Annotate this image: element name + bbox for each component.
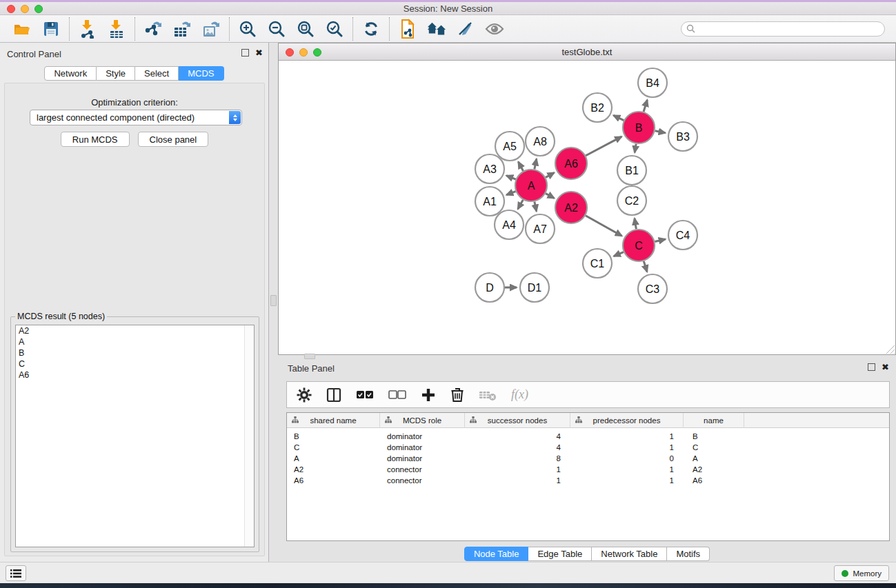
graph-node-B[interactable]: B	[623, 112, 655, 143]
zoom-fit-icon[interactable]	[296, 19, 315, 39]
graph-edge-A-A5[interactable]	[518, 162, 523, 171]
hide-labels-icon[interactable]	[456, 19, 475, 39]
result-list-item[interactable]: B	[16, 347, 254, 358]
zoom-selected-icon[interactable]	[325, 19, 344, 39]
tab-motifs[interactable]: Motifs	[667, 547, 710, 561]
table-row[interactable]: Bdominator41B	[287, 431, 889, 442]
graph-edge-A-A4[interactable]	[518, 200, 524, 209]
graph-edge-A-A2[interactable]	[546, 194, 554, 199]
graph-edge-B-B4[interactable]	[644, 100, 647, 112]
graph-node-D[interactable]: D	[475, 273, 504, 302]
vertical-splitter-handle[interactable]	[270, 295, 277, 306]
graph-edge-B-B2[interactable]	[613, 115, 624, 120]
graph-edge-C-C3[interactable]	[644, 261, 647, 272]
tab-select[interactable]: Select	[135, 66, 179, 81]
close-table-panel-icon[interactable]: ✖	[882, 363, 889, 371]
graph-node-B1[interactable]: B1	[617, 156, 646, 185]
table-row[interactable]: Adominator80A	[287, 453, 889, 464]
float-panel-icon[interactable]	[241, 49, 249, 57]
result-list-item[interactable]: C	[16, 358, 254, 369]
column-header-shared-name[interactable]: shared name	[287, 413, 380, 428]
column-selector-icon[interactable]	[326, 387, 341, 403]
tab-network[interactable]: Network	[44, 66, 97, 81]
select-all-rows-icon[interactable]	[356, 390, 374, 400]
graph-node-D1[interactable]: D1	[520, 273, 549, 302]
delete-column-trash-icon[interactable]	[450, 387, 464, 403]
table-settings-gear-icon[interactable]	[297, 387, 312, 403]
graph-node-A2[interactable]: A2	[555, 192, 587, 223]
graph-edge-A-A3[interactable]	[506, 176, 516, 179]
open-session-icon[interactable]	[12, 19, 32, 39]
tab-mcds[interactable]: MCDS	[179, 66, 223, 81]
result-list-item[interactable]: A2	[16, 325, 254, 336]
close-panel-icon[interactable]: ✖	[255, 49, 263, 57]
graph-edge-A-A7[interactable]	[535, 202, 537, 212]
export-table-icon[interactable]	[172, 19, 192, 39]
graph-node-A4[interactable]: A4	[495, 210, 524, 239]
add-column-icon[interactable]	[421, 387, 436, 403]
table-row[interactable]: A2connector11A2	[287, 464, 889, 475]
graph-node-C1[interactable]: C1	[583, 249, 612, 278]
tab-edge-table[interactable]: Edge Table	[528, 547, 592, 561]
graph-edge-B-B3[interactable]	[655, 131, 666, 133]
mcds-result-list[interactable]: A2ABCA6	[15, 325, 255, 547]
result-list-item[interactable]: A6	[16, 369, 254, 381]
table-row[interactable]: A6connector11A6	[287, 475, 889, 486]
graph-node-A6[interactable]: A6	[555, 148, 587, 179]
tab-style[interactable]: Style	[97, 66, 135, 81]
graph-edge-B-B1[interactable]	[635, 144, 636, 153]
column-header-predecessor-nodes[interactable]: predecessor nodes	[570, 413, 684, 428]
graph-edge-C-C2[interactable]	[635, 219, 636, 230]
graph-node-A7[interactable]: A7	[526, 214, 555, 243]
graph-node-A1[interactable]: A1	[475, 187, 504, 216]
network-canvas[interactable]: B4B2BB3A5A8A6A3B1AA1C2A2A4A7C4CC1C3DD1	[279, 61, 895, 354]
graph-node-A[interactable]: A	[515, 170, 547, 201]
graph-node-C4[interactable]: C4	[668, 221, 697, 250]
graph-node-A8[interactable]: A8	[526, 127, 555, 156]
task-history-button[interactable]	[6, 565, 26, 581]
float-table-panel-icon[interactable]	[868, 363, 875, 371]
zoom-out-icon[interactable]	[267, 19, 286, 39]
import-network-icon[interactable]	[78, 19, 97, 39]
network-window-titlebar[interactable]: testGlobe.txt	[279, 43, 895, 61]
export-image-icon[interactable]	[201, 19, 221, 39]
export-network-icon[interactable]	[143, 19, 163, 39]
network-file-icon[interactable]	[398, 19, 417, 39]
graph-node-B3[interactable]: B3	[668, 122, 697, 151]
result-list-scrollbar[interactable]	[244, 325, 254, 547]
graph-node-C[interactable]: C	[623, 230, 655, 261]
show-view-eye-icon[interactable]	[485, 19, 504, 39]
graph-node-A5[interactable]: A5	[495, 132, 524, 161]
column-header-successor-nodes[interactable]: successor nodes	[465, 413, 570, 428]
import-table-icon[interactable]	[107, 19, 126, 39]
close-panel-button[interactable]: Close panel	[138, 132, 209, 147]
column-header-name[interactable]: name	[684, 413, 744, 428]
criterion-dropdown[interactable]: largest connected component (directed)	[30, 110, 242, 125]
tab-node-table[interactable]: Node Table	[464, 547, 529, 561]
graph-node-A3[interactable]: A3	[475, 154, 504, 183]
graph-node-C2[interactable]: C2	[617, 186, 646, 215]
graph-edge-A6-B[interactable]	[586, 136, 621, 156]
save-session-icon[interactable]	[41, 19, 61, 39]
graph-edge-A2-C[interactable]	[586, 216, 622, 236]
graph-edge-A-A6[interactable]	[546, 173, 554, 178]
search-input[interactable]	[681, 21, 885, 37]
node-label: B1	[625, 165, 639, 176]
graph-edge-C-C1[interactable]	[614, 252, 624, 256]
run-mcds-button[interactable]: Run MCDS	[61, 132, 130, 147]
graph-node-C3[interactable]: C3	[638, 274, 667, 303]
graph-edge-A-A8[interactable]	[535, 159, 537, 169]
column-header-MCDS-role[interactable]: MCDS role	[380, 413, 465, 428]
graph-edge-C-C4[interactable]	[655, 239, 665, 242]
graph-edge-A-A1[interactable]	[506, 192, 515, 195]
graph-node-B4[interactable]: B4	[638, 68, 667, 97]
home-icon[interactable]	[427, 19, 446, 39]
refresh-icon[interactable]	[361, 19, 381, 39]
memory-button[interactable]: Memory	[834, 565, 889, 581]
table-row[interactable]: Cdominator41C	[287, 442, 889, 453]
graph-node-B2[interactable]: B2	[583, 93, 612, 122]
deselect-all-rows-icon[interactable]	[388, 390, 406, 400]
zoom-in-icon[interactable]	[238, 19, 257, 39]
tab-network-table[interactable]: Network Table	[592, 547, 667, 561]
result-list-item[interactable]: A	[16, 336, 254, 347]
